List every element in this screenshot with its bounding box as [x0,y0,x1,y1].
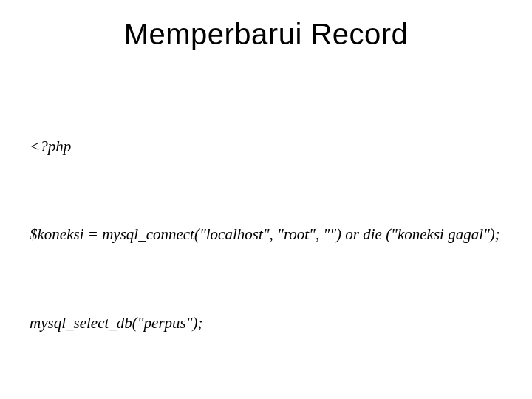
slide-title: Memperbarui Record [30,18,502,51]
slide-container: Memperbarui Record <?php $koneksi = mysq… [0,0,532,399]
code-line-1: <?php [30,132,502,162]
code-block: <?php $koneksi = mysql_connect("localhos… [30,73,502,399]
code-line-2: $koneksi = mysql_connect("localhost", "r… [30,220,502,250]
code-line-3: mysql_select_db("perpus"); [30,309,502,338]
